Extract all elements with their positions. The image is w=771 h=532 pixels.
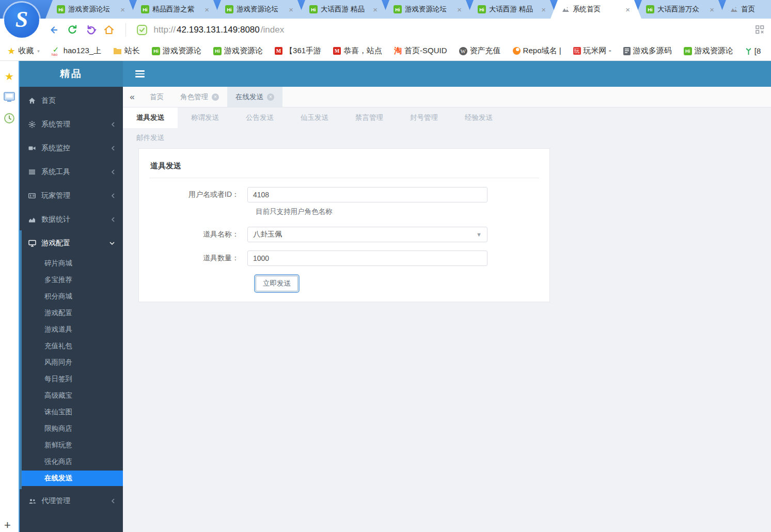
submenu-item[interactable]: 限购商店 <box>20 420 123 437</box>
tab-grid-button[interactable] <box>756 25 764 36</box>
item-qty-label: 道具数量： <box>149 254 247 263</box>
subtab-active[interactable]: 道具发送 <box>123 107 178 128</box>
subtab[interactable]: 称谓发送 <box>178 107 232 128</box>
sidebar-item-data-stats[interactable]: 数据统计 <box>20 208 123 231</box>
sidebar-item-game-config[interactable]: 游戏配置 <box>20 231 123 255</box>
browser-tab[interactable]: Hi 大话西游万众 × <box>635 0 726 19</box>
undo-button[interactable]: ▾ <box>85 24 97 36</box>
browser-tab[interactable]: Hi 大话西游 精品 × <box>298 0 389 19</box>
submenu-item[interactable]: 强化商店 <box>20 453 123 470</box>
bookmark-item[interactable]: Hi 游戏资源论 <box>684 46 733 56</box>
undo-dropdown-caret[interactable]: ▾ <box>94 27 97 33</box>
bookmark-item[interactable]: ✓hao hao123_上 <box>52 46 101 56</box>
browser-tab-active[interactable]: 系统首页 × <box>550 0 641 19</box>
sidebar-item-system-monitor[interactable]: 系统监控 <box>20 136 123 160</box>
sogou-logo[interactable]: S <box>4 3 39 38</box>
tabs-collapse-icon[interactable]: « <box>123 87 141 107</box>
submenu-item[interactable]: 游戏道具 <box>20 321 123 338</box>
m-icon: M <box>333 47 341 55</box>
screen-capture-icon[interactable] <box>4 92 15 104</box>
submenu-item[interactable]: 风雨同舟 <box>20 354 123 371</box>
subtab[interactable]: 禁言管理 <box>342 107 397 128</box>
tab-close-icon[interactable]: × <box>625 6 630 13</box>
bookmark-item[interactable]: 游戏多源码 <box>623 46 672 56</box>
sidebar-item-home[interactable]: 首页 <box>20 89 123 113</box>
tab-close-icon[interactable]: × <box>289 6 293 13</box>
sidebar-item-agent-mgmt[interactable]: 代理管理 <box>20 489 123 513</box>
send-now-button[interactable]: 立即发送 <box>256 276 298 291</box>
bookmark-item[interactable]: [8 <box>745 46 761 55</box>
tab-close-icon[interactable]: × <box>267 93 274 101</box>
bookmark-item[interactable]: W 资产充值 <box>459 46 501 56</box>
sidebar-menu: 首页 系统管理 系统监控 系统工具 <box>20 87 123 513</box>
tab-close-icon[interactable]: × <box>204 6 209 13</box>
sidebar-item-system-mgmt[interactable]: 系统管理 <box>20 113 123 136</box>
users-icon <box>27 498 37 505</box>
user-id-input[interactable] <box>247 187 487 202</box>
tab-close-icon[interactable]: × <box>373 6 377 13</box>
submenu-item[interactable]: 新鲜玩意 <box>20 437 123 453</box>
subtab[interactable]: 邮件发送 <box>123 128 178 148</box>
page-tab-home[interactable]: 首页 <box>141 87 172 107</box>
history-clock-icon[interactable] <box>4 113 15 126</box>
bookmark-item[interactable]: 淘 首页-SQUID <box>394 46 447 56</box>
sidebar-scrollbar[interactable] <box>20 230 22 489</box>
page-tabs-bar: « 首页 角色管理 × 在线发送 × <box>123 87 771 107</box>
tab-close-icon[interactable]: × <box>120 6 125 13</box>
bookmark-favorites[interactable]: ★ 收藏 ▾ <box>7 45 40 57</box>
submenu-item[interactable]: 充值礼包 <box>20 338 123 354</box>
home-button[interactable] <box>103 24 115 36</box>
tab-close-icon[interactable]: × <box>457 6 462 13</box>
back-button[interactable] <box>48 24 60 36</box>
tab-title: 游戏资源论坛 <box>68 5 117 14</box>
tab-close-icon[interactable]: × <box>212 93 219 101</box>
item-qty-input[interactable] <box>247 251 487 266</box>
app-brand: 精品 <box>20 61 123 87</box>
bookmark-item[interactable]: M 恭喜，站点 <box>333 46 382 56</box>
sidebar-item-system-tools[interactable]: 系统工具 <box>20 160 123 184</box>
page-tab-active[interactable]: 在线发送 × <box>227 87 282 107</box>
browser-tab[interactable]: Hi 游戏资源论坛 × <box>382 0 473 19</box>
submenu-item[interactable]: 多宝推荐 <box>20 272 123 288</box>
subtab[interactable]: 经验发送 <box>451 107 506 128</box>
sidebar-item-player-mgmt[interactable]: 玩家管理 <box>20 184 123 208</box>
url-host: 42.193.131.149:8080 <box>177 25 260 35</box>
subtab[interactable]: 公告发送 <box>232 107 287 128</box>
bookmark-item[interactable]: 站长 <box>113 46 140 56</box>
tab-title: 大话西游 精品 <box>489 5 538 14</box>
submenu-item[interactable]: 诛仙宝图 <box>20 404 123 420</box>
tab-close-icon[interactable]: × <box>541 6 546 13</box>
browser-tab[interactable]: Hi 精品西游之紫 × <box>130 0 221 19</box>
submenu-item[interactable]: 游戏配置 <box>20 305 123 321</box>
bookmark-item[interactable]: Hi 游戏资源论 <box>213 46 263 56</box>
address-bar[interactable]: http://42.193.131.149:8080/index <box>154 25 285 35</box>
submenu-item[interactable]: 碎片商城 <box>20 255 123 272</box>
browser-tab[interactable]: Hi 游戏资源论坛 × <box>45 0 136 19</box>
favorites-star-icon[interactable]: ★ <box>5 70 14 83</box>
item-name-select[interactable]: 八卦玉佩 ▼ <box>247 227 487 242</box>
page-tab[interactable]: 角色管理 × <box>172 87 227 107</box>
submenu-item[interactable]: 积分商城 <box>20 288 123 305</box>
bookmark-item[interactable]: Hi 游戏资源论 <box>152 46 201 56</box>
tab-close-icon[interactable]: × <box>710 6 714 13</box>
browser-tab[interactable]: 首页 <box>719 0 771 19</box>
sidebar-toggle-button[interactable] <box>135 70 145 79</box>
subtab[interactable]: 仙玉发送 <box>287 107 342 128</box>
browser-tab[interactable]: Hi 游戏资源论坛 × <box>214 0 305 19</box>
bookmark-item[interactable]: Repo域名 | <box>513 46 561 56</box>
submenu-item-active[interactable]: 在线发送 <box>20 471 123 486</box>
bookmark-item[interactable]: M 【361手游 <box>275 46 321 56</box>
bookmark-item[interactable]: 玩 玩米网 - <box>573 46 611 56</box>
rail-add-icon[interactable]: + <box>4 519 11 532</box>
wordpress-icon: W <box>459 47 467 55</box>
subtab[interactable]: 封号管理 <box>397 107 451 128</box>
bookmarks-bar: ★ 收藏 ▾ ✓hao hao123_上 站长 Hi 游戏资源论 Hi 游戏资源… <box>0 41 771 61</box>
submenu-item[interactable]: 每日签到 <box>20 371 123 387</box>
site-security-badge[interactable] <box>136 24 148 36</box>
submenu-item[interactable]: 高级藏宝 <box>20 387 123 404</box>
hi-icon: Hi <box>684 47 692 55</box>
refresh-button[interactable] <box>66 24 78 36</box>
browser-tab[interactable]: Hi 大话西游 精品 × <box>466 0 557 19</box>
subtabs-row-1: 道具发送 称谓发送 公告发送 仙玉发送 禁言管理 封号管理 经验发送 <box>123 107 771 128</box>
chevron-down-icon[interactable]: ▾ <box>37 49 40 54</box>
